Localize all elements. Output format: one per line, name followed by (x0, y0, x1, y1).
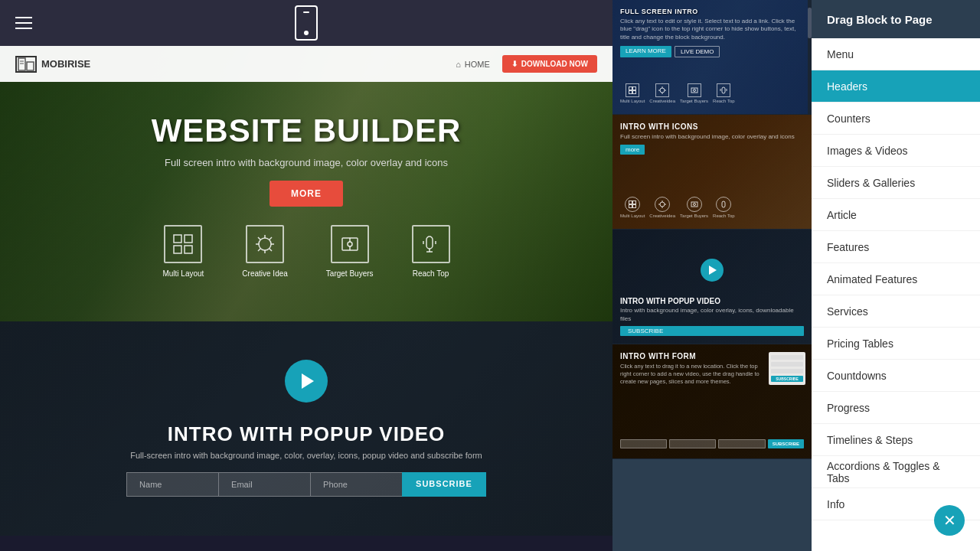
nav-header: Drag Block to Page (812, 0, 980, 38)
svg-rect-43 (633, 205, 636, 208)
thumb3-desc: Intro with background image, color overl… (620, 307, 804, 323)
preview-area: MOBIRISE ⌂ HOME ⬇ DOWNLOAD NOW WEBSITE B… (0, 0, 612, 551)
sidebar-item-counters[interactable]: Counters (812, 103, 980, 135)
svg-rect-42 (629, 205, 632, 208)
close-icon: ✕ (943, 511, 956, 530)
sidebar-item-menu[interactable]: Menu (812, 38, 980, 70)
nav-home: ⌂ HOME (456, 60, 490, 69)
hero-subtitle: Full screen intro with background image,… (165, 157, 448, 168)
svg-line-15 (270, 237, 272, 240)
svg-point-50 (693, 204, 695, 206)
sidebar-item-accordions-toggles-tabs[interactable]: Accordions & Toggles & Tabs (812, 456, 980, 488)
hero-logo: MOBIRISE (15, 56, 90, 73)
name-input[interactable] (126, 472, 218, 497)
thumbnail-full-screen-intro[interactable]: FULL SCREEN INTRO Click any text to edit… (612, 0, 812, 115)
sidebar-item-article[interactable]: Article (812, 199, 980, 231)
svg-rect-4 (174, 235, 181, 243)
email-input[interactable] (218, 472, 310, 497)
nav-sidebar: Drag Block to Page Menu Headers Counters… (812, 0, 980, 551)
hero-icon-multi-layout: Multi Layout (162, 225, 204, 278)
svg-rect-26 (629, 87, 632, 90)
svg-rect-29 (633, 91, 636, 94)
logo-icon (15, 56, 37, 73)
video-section: INTRO WITH POPUP VIDEO Full-screen intro… (0, 321, 612, 536)
svg-point-8 (259, 238, 271, 250)
svg-rect-21 (426, 236, 433, 249)
hero-title: WEBSITE BUILDER (152, 112, 462, 149)
hero-icon-reach: Reach Top (412, 225, 450, 278)
video-play-button[interactable] (285, 360, 328, 403)
svg-rect-27 (633, 87, 636, 90)
svg-rect-49 (691, 202, 697, 207)
sidebar-item-features[interactable]: Features (812, 231, 980, 263)
preview-toolbar (0, 0, 612, 46)
svg-rect-6 (174, 246, 181, 253)
sidebar-item-progress[interactable]: Progress (812, 392, 980, 424)
sidebar-item-services[interactable]: Services (812, 295, 980, 328)
hero-icons: Multi Layout (162, 225, 449, 278)
svg-point-36 (693, 90, 695, 92)
preview-content: MOBIRISE ⌂ HOME ⬇ DOWNLOAD NOW WEBSITE B… (0, 46, 612, 551)
sidebar-item-pricing-tables[interactable]: Pricing Tables (812, 328, 980, 360)
svg-line-13 (258, 237, 260, 240)
svg-rect-51 (722, 201, 725, 207)
sidebar-item-images-videos[interactable]: Images & Videos (812, 135, 980, 167)
scroll-indicator-1 (808, 0, 812, 114)
hero-cta-btn[interactable]: MORE (270, 181, 343, 207)
sidebar-item-countdowns[interactable]: Countdowns (812, 360, 980, 392)
thumbnail-popup-video[interactable]: INTRO WITH POPUP VIDEO Intro with backgr… (612, 230, 812, 344)
svg-rect-41 (633, 201, 636, 204)
svg-rect-35 (691, 88, 697, 93)
svg-rect-1 (27, 62, 34, 70)
subscribe-form: SUBSCRIBE (126, 472, 486, 497)
sidebar-item-headers[interactable]: Headers (812, 70, 980, 103)
svg-point-18 (348, 242, 352, 246)
thumbnail-intro-form[interactable]: INTRO WITH FORM Click any text to drag i… (612, 344, 812, 459)
video-section-subtitle: Full-screen intro with background image,… (130, 451, 482, 460)
svg-line-16 (258, 249, 260, 251)
sidebar-item-animated-features[interactable]: Animated Features (812, 263, 980, 295)
video-section-title: INTRO WITH POPUP VIDEO (168, 422, 445, 446)
thumbnails-column: FULL SCREEN INTRO Click any text to edit… (612, 0, 812, 551)
thumb3-title: INTRO WITH POPUP VIDEO (620, 297, 804, 305)
right-panel: FULL SCREEN INTRO Click any text to edit… (612, 0, 980, 551)
svg-rect-28 (629, 91, 632, 94)
svg-rect-0 (18, 58, 25, 70)
thumbnail-intro-icons[interactable]: INTRO WITH ICONS Full screen intro with … (612, 115, 812, 230)
mobile-preview-icon[interactable] (295, 5, 318, 41)
sidebar-item-sliders-galleries[interactable]: Sliders & Galleries (812, 167, 980, 199)
svg-rect-37 (722, 87, 725, 93)
hero-nav-right: ⌂ HOME ⬇ DOWNLOAD NOW (456, 55, 597, 73)
svg-point-30 (660, 88, 665, 93)
hero-navbar: MOBIRISE ⌂ HOME ⬇ DOWNLOAD NOW (0, 46, 612, 82)
nav-header-title: Drag Block to Page (827, 13, 933, 26)
svg-point-44 (660, 202, 665, 207)
close-fab-button[interactable]: ✕ (934, 505, 965, 536)
logo-text: MOBIRISE (41, 58, 90, 70)
thumb3-subscribe-btn[interactable]: SUBSCRIBE (620, 326, 804, 336)
hero-section: MOBIRISE ⌂ HOME ⬇ DOWNLOAD NOW WEBSITE B… (0, 46, 612, 321)
hero-icon-creative: Creative Idea (242, 225, 287, 278)
phone-input[interactable] (310, 472, 402, 497)
svg-rect-7 (185, 246, 192, 253)
sidebar-item-timelines-steps[interactable]: Timelines & Steps (812, 424, 980, 456)
hamburger-icon[interactable] (15, 17, 32, 29)
svg-line-14 (270, 249, 272, 251)
hero-icon-target: Target Buyers (326, 225, 374, 278)
nav-download-btn[interactable]: ⬇ DOWNLOAD NOW (502, 55, 597, 73)
svg-rect-5 (185, 235, 192, 243)
svg-rect-40 (629, 201, 632, 204)
subscribe-button[interactable]: SUBSCRIBE (402, 472, 486, 497)
